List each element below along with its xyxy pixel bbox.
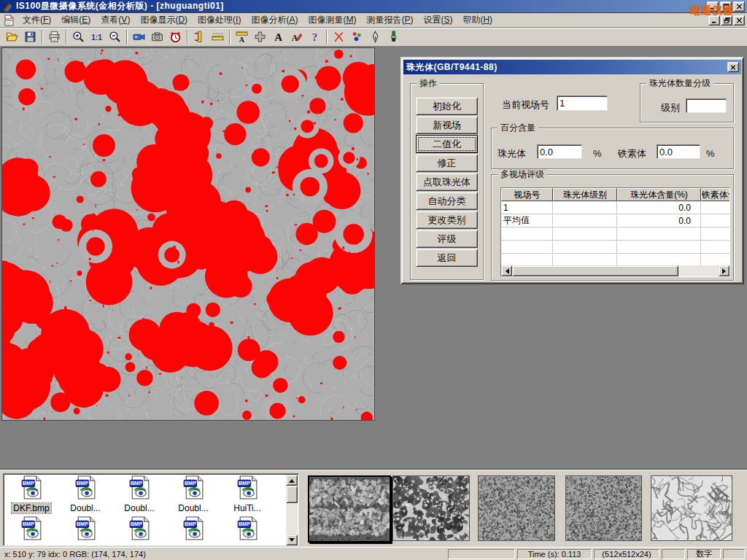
status-panel xyxy=(448,549,515,559)
file-item-clipped[interactable]: BMP xyxy=(4,516,58,543)
op-button-点取珠光体[interactable]: 点取珠光体 xyxy=(416,173,478,191)
file-item[interactable]: BMPDoubl... xyxy=(166,475,220,513)
table-row[interactable] xyxy=(501,241,729,254)
ferrite-percent-input[interactable] xyxy=(657,144,700,159)
op-button-新视场[interactable]: 新视场 xyxy=(416,116,478,134)
status-panel-3: (512x512x24) xyxy=(594,549,659,559)
print-button[interactable] xyxy=(45,29,63,45)
op-button-二值化[interactable]: 二值化 xyxy=(416,135,478,153)
file-scrollbar[interactable] xyxy=(286,475,298,545)
op-button-初始化[interactable]: 初始化 xyxy=(416,97,478,115)
thumb-2[interactable] xyxy=(392,475,470,541)
help-button[interactable]: ? xyxy=(306,29,324,45)
grading-group: 珠光体数量分级 级别 xyxy=(640,83,734,122)
ruler-button[interactable] xyxy=(209,29,227,45)
table-row[interactable]: 10.0 xyxy=(501,201,729,214)
file-name: HuiTi... xyxy=(232,503,263,513)
caliper-button[interactable] xyxy=(190,29,209,45)
file-name: DKF.bmp xyxy=(12,503,50,513)
menu-image-process[interactable]: 图像处理(I) xyxy=(193,12,246,28)
op-button-返回[interactable]: 返回 xyxy=(416,249,478,267)
video-camera-button[interactable] xyxy=(130,29,148,45)
table-row[interactable]: 平均值0.0 xyxy=(501,214,729,228)
level-input[interactable] xyxy=(686,98,727,113)
file-item-clipped[interactable]: BMP xyxy=(220,516,274,543)
menu-image-display[interactable]: 图像显示(D) xyxy=(135,12,193,28)
column-header[interactable]: 铁素体含量(%) xyxy=(701,188,730,201)
camera-button[interactable] xyxy=(148,29,166,45)
ferrite-label: 铁素体 xyxy=(618,147,646,160)
pen-button[interactable] xyxy=(366,29,384,45)
menu-edit[interactable]: 编辑(E) xyxy=(56,12,96,28)
thumb-5[interactable] xyxy=(651,475,732,541)
column-header[interactable]: 珠光体含量(%) xyxy=(617,188,701,201)
mdi-minimize-button[interactable] xyxy=(708,15,720,26)
table-cell xyxy=(701,241,730,254)
file-item-clipped[interactable]: BMP xyxy=(112,516,166,543)
menu-image-analysis[interactable]: 图像分析(A) xyxy=(246,12,303,28)
file-item-clipped[interactable]: BMP xyxy=(166,516,220,543)
menu-file[interactable]: 文件(F) xyxy=(18,12,56,28)
file-browser: BMPDKF.bmpBMPDoubl...BMPDoubl...BMPDoubl… xyxy=(3,473,299,546)
save-button[interactable] xyxy=(21,29,39,45)
rating-table: 视场号珠光体级别珠光体含量(%)铁素体含量(%) 10.0平均值0.0 xyxy=(500,187,730,277)
zoom-out-button[interactable] xyxy=(106,29,124,45)
op-button-修正[interactable]: 修正 xyxy=(416,154,478,172)
open-folder-button[interactable] xyxy=(3,29,21,45)
file-item[interactable]: BMPDoubl... xyxy=(112,475,166,513)
scroll-right-button[interactable] xyxy=(719,265,729,276)
brush-button[interactable] xyxy=(384,29,403,45)
column-header[interactable]: 珠光体级别 xyxy=(553,188,617,201)
menu-settings[interactable]: 设置(S) xyxy=(418,12,457,28)
particles-button[interactable] xyxy=(348,29,366,45)
table-cell: 1 xyxy=(501,201,553,214)
thumb-4[interactable] xyxy=(565,475,642,541)
scroll-down-button[interactable] xyxy=(286,534,298,545)
table-horizontal-scrollbar[interactable] xyxy=(501,265,729,276)
micrograph-image[interactable] xyxy=(1,47,375,421)
one-to-one-button[interactable]: 1:1 xyxy=(88,29,106,45)
table-row[interactable] xyxy=(501,228,729,241)
zoom-in-button[interactable] xyxy=(69,29,88,45)
column-header[interactable]: 视场号 xyxy=(501,188,553,201)
text-button[interactable]: A xyxy=(269,29,287,45)
menu-image-measure[interactable]: 图像测量(M) xyxy=(303,12,361,28)
svg-text:A: A xyxy=(239,36,245,43)
mdi-close-button[interactable] xyxy=(733,15,745,26)
bottom-panel: BMPDKF.bmpBMPDoubl...BMPDoubl...BMPDoubl… xyxy=(0,469,747,547)
thumb-3[interactable] xyxy=(478,475,555,541)
table-cell xyxy=(701,228,730,241)
scrollbar-thumb[interactable] xyxy=(512,265,678,276)
thumb-1[interactable] xyxy=(308,475,391,542)
minimize-button[interactable] xyxy=(707,1,719,12)
dialog-close-button[interactable] xyxy=(727,62,739,72)
document-icon[interactable]: DOC xyxy=(3,15,15,26)
pearlite-percent-input[interactable] xyxy=(537,144,582,159)
file-item[interactable]: BMPDKF.bmp xyxy=(4,475,58,513)
annotate-button[interactable]: A xyxy=(287,29,306,45)
svg-text:BMP: BMP xyxy=(130,521,142,527)
pan-cross-button[interactable] xyxy=(251,29,269,45)
timer-button[interactable] xyxy=(166,29,185,45)
file-item-clipped[interactable]: BMP xyxy=(58,516,112,543)
scroll-left-button[interactable] xyxy=(501,265,512,276)
op-button-更改类别[interactable]: 更改类别 xyxy=(416,211,478,229)
mdi-restore-button[interactable] xyxy=(721,15,732,26)
file-scrollbar-thumb[interactable] xyxy=(286,486,298,503)
maximize-button[interactable] xyxy=(720,1,732,12)
curve-tool-button[interactable] xyxy=(330,29,348,45)
bmp-file-icon: BMP xyxy=(20,516,44,543)
bmp-file-icon: BMP xyxy=(182,475,206,502)
measure-text-button[interactable]: A xyxy=(233,29,251,45)
menu-measure-report[interactable]: 测量报告(P) xyxy=(361,12,418,28)
operation-buttons: 初始化新视场二值化修正点取珠光体自动分类更改类别评级返回 xyxy=(416,97,478,267)
file-item[interactable]: BMPHuiTi... xyxy=(220,475,274,513)
close-button[interactable] xyxy=(733,1,745,12)
op-button-评级[interactable]: 评级 xyxy=(416,230,478,248)
menu-help[interactable]: 帮助(H) xyxy=(457,12,498,28)
file-item[interactable]: BMPDoubl... xyxy=(58,475,112,513)
op-button-自动分类[interactable]: 自动分类 xyxy=(416,192,478,210)
scroll-up-button[interactable] xyxy=(286,475,298,486)
current-field-input[interactable] xyxy=(557,96,608,111)
menu-view[interactable]: 查看(V) xyxy=(96,12,135,28)
